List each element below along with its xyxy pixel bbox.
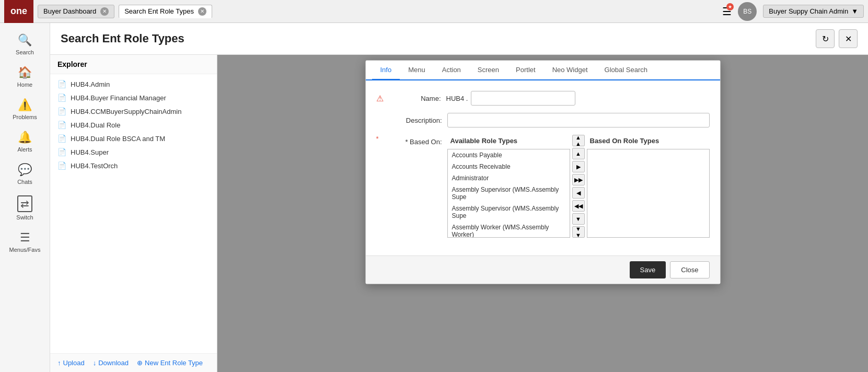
based-on-label: * Based On: <box>390 135 442 146</box>
list-item[interactable]: 📄 HUB4.Buyer Financial Manager <box>50 91 217 104</box>
search-icon: 🔍 <box>18 33 32 47</box>
list-item[interactable]: Administrator <box>448 172 570 184</box>
item-label: HUB4.TestOrch <box>71 162 118 170</box>
modal-tabs: Info Menu Action Screen <box>366 61 720 80</box>
file-icon: 📄 <box>57 161 66 170</box>
move-left-button[interactable]: ◀ <box>572 187 585 199</box>
user-dropdown[interactable]: Buyer Suppy Chain Admin ▼ <box>763 5 864 18</box>
list-item[interactable]: Accounts Receivable <box>448 161 570 172</box>
sidebar-label-home: Home <box>17 82 32 88</box>
list-item[interactable]: 📄 HUB4.Super <box>50 145 217 159</box>
name-input[interactable] <box>471 91 575 106</box>
tab-portlet[interactable]: Portlet <box>507 61 544 80</box>
description-input[interactable] <box>447 113 710 127</box>
refresh-button[interactable]: ↻ <box>816 29 835 48</box>
user-name: Buyer Suppy Chain Admin <box>769 7 848 15</box>
move-up-button[interactable]: ▲ <box>572 148 585 159</box>
description-label: Description: <box>390 117 442 124</box>
tab-info[interactable]: Info <box>372 61 400 80</box>
list-item[interactable]: 📄 HUB4.CCMBuyerSupplyChainAdmin <box>50 104 217 118</box>
tab-close-buyer-dashboard[interactable]: ✕ <box>100 7 109 16</box>
modal-dialog: Info Menu Action Screen <box>365 60 721 284</box>
move-right-button[interactable]: ▶ <box>572 161 585 172</box>
sidebar-item-switch[interactable]: ⇄ Switch <box>0 191 50 225</box>
list-item[interactable]: Accounts Payable <box>448 149 570 161</box>
sidebar: 🔍 Search 🏠 Home ⚠️ Problems 🔔 Alerts 💬 C… <box>0 23 50 372</box>
tab-screen[interactable]: Screen <box>469 61 507 80</box>
switch-icon: ⇄ <box>17 195 32 212</box>
close-button[interactable]: Close <box>670 261 709 278</box>
app-logo[interactable]: one <box>4 0 33 23</box>
tab-label: Buyer Dashboard <box>43 7 96 15</box>
warning-icon: ⚠️ <box>18 98 32 112</box>
sidebar-item-search[interactable]: 🔍 Search <box>0 29 50 60</box>
sidebar-item-home[interactable]: 🏠 Home <box>0 62 50 92</box>
user-avatar[interactable]: BS <box>738 2 757 21</box>
sidebar-item-alerts[interactable]: 🔔 Alerts <box>0 126 50 157</box>
dropdown-chevron-icon: ▼ <box>851 7 858 15</box>
explorer-list: 📄 HUB4.Admin 📄 HUB4.Buyer Financial Mana… <box>50 74 217 353</box>
sidebar-item-chats[interactable]: 💬 Chats <box>0 159 50 189</box>
tab-buyer-dashboard[interactable]: Buyer Dashboard ✕ <box>38 5 114 18</box>
lists-container: Available Role Types Accounts Payable Ac… <box>447 135 710 238</box>
main-layout: 🔍 Search 🏠 Home ⚠️ Problems 🔔 Alerts 💬 C… <box>0 23 868 372</box>
available-list-box[interactable]: Accounts Payable Accounts Receivable Adm… <box>447 149 570 238</box>
file-icon: 📄 <box>57 80 66 88</box>
move-down-button[interactable]: ▼ <box>572 213 585 225</box>
modal-bottom-actions: Save Close <box>366 255 720 284</box>
move-all-left-button[interactable]: ◀◀ <box>572 200 585 212</box>
item-label: HUB4.Dual Role BSCA and TM <box>71 135 165 143</box>
home-icon: 🏠 <box>18 66 32 79</box>
sidebar-label-problems: Problems <box>13 114 37 120</box>
save-button[interactable]: Save <box>630 261 666 278</box>
based-on-list-section: Based On Role Types <box>587 135 710 238</box>
tab-menu[interactable]: Menu <box>400 61 434 80</box>
available-list-section: Available Role Types Accounts Payable Ac… <box>447 135 570 238</box>
tab-search-ent-role-types[interactable]: Search Ent Role Types ✕ <box>119 5 212 18</box>
close-page-button[interactable]: ✕ <box>839 29 858 48</box>
move-all-right-button[interactable]: ▶▶ <box>572 174 585 185</box>
list-item[interactable]: 📄 HUB4.Admin <box>50 77 217 91</box>
name-form-row: ⚠ Name: HUB4 . <box>376 91 710 106</box>
tab-global-search[interactable]: Global Search <box>596 61 656 80</box>
tab-label: Search Ent Role Types <box>124 7 194 15</box>
sidebar-label-search: Search <box>16 49 34 55</box>
tab-neo-widget[interactable]: Neo Widget <box>544 61 596 80</box>
bell-icon: 🔔 <box>18 131 32 144</box>
name-prefix: HUB4 . <box>446 95 468 102</box>
sidebar-label-chats: Chats <box>17 179 32 185</box>
download-link[interactable]: ↓ Download <box>93 359 129 367</box>
description-form-row: Description: <box>376 113 710 127</box>
sidebar-item-problems[interactable]: ⚠️ Problems <box>0 94 50 124</box>
based-on-list-header: Based On Role Types <box>587 135 710 147</box>
notifications[interactable]: ☰ ★ <box>722 5 732 18</box>
list-item[interactable]: 📄 HUB4.Dual Role BSCA and TM <box>50 132 217 145</box>
name-field-group: HUB4 . <box>446 91 710 106</box>
workspace: Explorer 📄 HUB4.Admin 📄 HUB4.Buyer Finan… <box>50 55 868 372</box>
based-on-row: * * Based On: Available Role Types Accou… <box>376 135 710 238</box>
list-item[interactable]: Assembly Worker (WMS.Assembly Worker) <box>448 222 570 238</box>
list-item[interactable]: 📄 HUB4.TestOrch <box>50 159 217 172</box>
list-item[interactable]: Assembly Supervisor (WMS.Assembly Supe <box>448 184 570 203</box>
page-title: Search Ent Role Types <box>61 32 184 45</box>
modal-body: ⚠ Name: HUB4 . Description: <box>366 80 720 255</box>
tab-action[interactable]: Action <box>434 61 469 80</box>
sidebar-item-menus-favs[interactable]: ☰ Menus/Favs <box>0 227 50 257</box>
file-icon: 📄 <box>57 148 66 156</box>
download-arrow-icon: ↓ <box>93 359 97 367</box>
top-right-area: ☰ ★ BS Buyer Suppy Chain Admin ▼ <box>722 2 864 21</box>
item-label: HUB4.Admin <box>71 80 110 88</box>
based-on-list-box[interactable] <box>587 149 710 238</box>
list-item[interactable]: 📄 HUB4.Dual Role <box>50 118 217 132</box>
header-actions: ↻ ✕ <box>816 29 858 48</box>
explorer-header: Explorer <box>50 55 217 74</box>
list-item[interactable]: Assembly Supervisor (WMS.Assembly Supe <box>448 203 570 222</box>
move-top-button[interactable]: ▲▲ <box>572 135 585 146</box>
new-role-type-button[interactable]: ⊕ New Ent Role Type <box>137 359 203 367</box>
file-icon: 📄 <box>57 107 66 115</box>
main-content: Info Menu Action Screen <box>217 55 868 372</box>
upload-link[interactable]: ↑ Upload <box>57 359 85 367</box>
tab-close-search-ent[interactable]: ✕ <box>198 7 206 16</box>
move-bottom-button[interactable]: ▼▼ <box>572 226 585 238</box>
sidebar-label-switch: Switch <box>16 214 33 220</box>
